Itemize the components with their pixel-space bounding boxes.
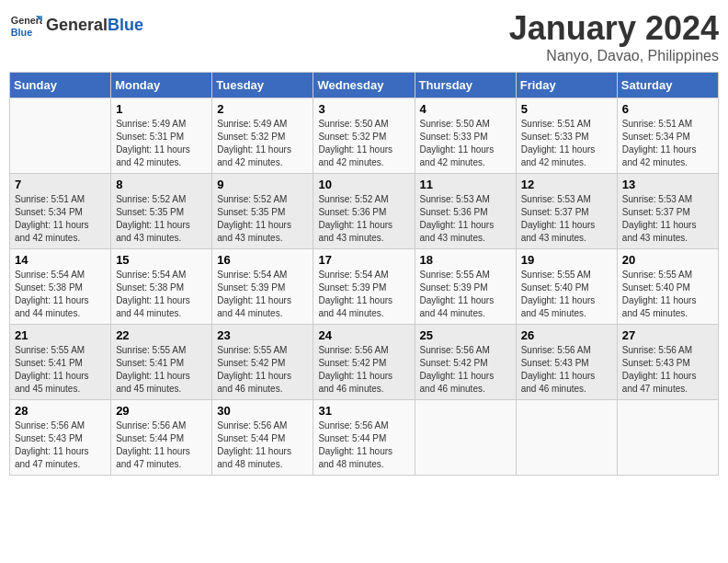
calendar-cell: 2Sunrise: 5:49 AMSunset: 5:32 PMDaylight…: [212, 98, 313, 174]
day-number: 25: [420, 328, 511, 342]
calendar-cell: [516, 400, 617, 476]
calendar-cell: 8Sunrise: 5:52 AMSunset: 5:35 PMDaylight…: [111, 174, 212, 249]
calendar-cell: 27Sunrise: 5:56 AMSunset: 5:43 PMDayligh…: [617, 325, 718, 400]
day-header-friday: Friday: [516, 73, 617, 98]
day-number: 15: [116, 253, 207, 267]
day-info: Sunrise: 5:54 AMSunset: 5:39 PMDaylight:…: [318, 269, 409, 320]
day-info: Sunrise: 5:56 AMSunset: 5:44 PMDaylight:…: [217, 419, 308, 471]
calendar-cell: 25Sunrise: 5:56 AMSunset: 5:42 PMDayligh…: [415, 325, 516, 400]
calendar-cell: [10, 98, 111, 174]
day-info: Sunrise: 5:55 AMSunset: 5:40 PMDaylight:…: [622, 269, 713, 320]
day-number: 20: [622, 253, 713, 267]
calendar-cell: 18Sunrise: 5:55 AMSunset: 5:39 PMDayligh…: [415, 249, 516, 325]
logo-text: GeneralBlue: [46, 17, 143, 35]
logo-icon: General Blue: [9, 9, 42, 42]
calendar-cell: [415, 400, 516, 476]
calendar-cell: 3Sunrise: 5:50 AMSunset: 5:32 PMDaylight…: [313, 98, 415, 174]
page-header: General Blue GeneralBlue January 2024 Na…: [9, 9, 719, 64]
calendar-cell: 15Sunrise: 5:54 AMSunset: 5:38 PMDayligh…: [111, 249, 212, 325]
calendar-cell: 13Sunrise: 5:53 AMSunset: 5:37 PMDayligh…: [617, 174, 718, 249]
day-number: 31: [318, 404, 409, 418]
logo-general-text: General: [46, 16, 108, 34]
calendar-cell: 31Sunrise: 5:56 AMSunset: 5:44 PMDayligh…: [313, 400, 415, 476]
day-number: 11: [420, 178, 511, 191]
calendar-cell: 14Sunrise: 5:54 AMSunset: 5:38 PMDayligh…: [10, 249, 111, 325]
day-info: Sunrise: 5:54 AMSunset: 5:38 PMDaylight:…: [15, 269, 106, 320]
location-title: Nanyo, Davao, Philippines: [509, 48, 719, 64]
day-number: 10: [318, 178, 409, 191]
day-info: Sunrise: 5:54 AMSunset: 5:39 PMDaylight:…: [217, 269, 308, 320]
day-info: Sunrise: 5:50 AMSunset: 5:33 PMDaylight:…: [420, 118, 511, 169]
calendar-cell: 30Sunrise: 5:56 AMSunset: 5:44 PMDayligh…: [212, 400, 313, 476]
svg-text:Blue: Blue: [11, 27, 32, 38]
day-header-sunday: Sunday: [10, 73, 111, 98]
day-info: Sunrise: 5:52 AMSunset: 5:35 PMDaylight:…: [116, 193, 207, 245]
day-info: Sunrise: 5:55 AMSunset: 5:42 PMDaylight:…: [217, 344, 308, 396]
calendar-week-row: 1Sunrise: 5:49 AMSunset: 5:31 PMDaylight…: [10, 98, 719, 174]
calendar-cell: [617, 400, 718, 476]
day-info: Sunrise: 5:54 AMSunset: 5:38 PMDaylight:…: [116, 269, 207, 320]
day-number: 22: [116, 328, 207, 342]
calendar-cell: 16Sunrise: 5:54 AMSunset: 5:39 PMDayligh…: [212, 249, 313, 325]
day-number: 5: [521, 102, 612, 116]
calendar-cell: 4Sunrise: 5:50 AMSunset: 5:33 PMDaylight…: [415, 98, 516, 174]
calendar-cell: 20Sunrise: 5:55 AMSunset: 5:40 PMDayligh…: [617, 249, 718, 325]
calendar-cell: 7Sunrise: 5:51 AMSunset: 5:34 PMDaylight…: [10, 174, 111, 249]
day-header-saturday: Saturday: [617, 73, 718, 98]
day-number: 16: [217, 253, 308, 267]
day-number: 2: [217, 102, 308, 116]
day-number: 30: [217, 404, 308, 418]
day-number: 3: [318, 102, 409, 116]
day-info: Sunrise: 5:56 AMSunset: 5:43 PMDaylight:…: [622, 344, 713, 396]
day-number: 17: [318, 253, 409, 267]
day-number: 19: [521, 253, 612, 267]
day-number: 7: [15, 178, 106, 191]
day-info: Sunrise: 5:55 AMSunset: 5:41 PMDaylight:…: [116, 344, 207, 396]
calendar-week-row: 7Sunrise: 5:51 AMSunset: 5:34 PMDaylight…: [10, 174, 719, 249]
day-info: Sunrise: 5:55 AMSunset: 5:40 PMDaylight:…: [521, 269, 612, 320]
calendar-cell: 23Sunrise: 5:55 AMSunset: 5:42 PMDayligh…: [212, 325, 313, 400]
day-number: 8: [116, 178, 207, 191]
calendar-cell: 10Sunrise: 5:52 AMSunset: 5:36 PMDayligh…: [313, 174, 415, 249]
day-info: Sunrise: 5:53 AMSunset: 5:36 PMDaylight:…: [420, 193, 511, 245]
day-number: 18: [420, 253, 511, 267]
calendar-cell: 12Sunrise: 5:53 AMSunset: 5:37 PMDayligh…: [516, 174, 617, 249]
calendar-week-row: 28Sunrise: 5:56 AMSunset: 5:43 PMDayligh…: [10, 400, 719, 476]
day-number: 28: [15, 404, 106, 418]
day-number: 26: [521, 328, 612, 342]
day-info: Sunrise: 5:51 AMSunset: 5:34 PMDaylight:…: [15, 193, 106, 245]
calendar-table: SundayMondayTuesdayWednesdayThursdayFrid…: [9, 72, 719, 476]
calendar-cell: 5Sunrise: 5:51 AMSunset: 5:33 PMDaylight…: [516, 98, 617, 174]
day-info: Sunrise: 5:52 AMSunset: 5:35 PMDaylight:…: [217, 193, 308, 245]
calendar-cell: 19Sunrise: 5:55 AMSunset: 5:40 PMDayligh…: [516, 249, 617, 325]
calendar-cell: 11Sunrise: 5:53 AMSunset: 5:36 PMDayligh…: [415, 174, 516, 249]
day-number: 29: [116, 404, 207, 418]
day-number: 9: [217, 178, 308, 191]
day-number: 13: [622, 178, 713, 191]
day-info: Sunrise: 5:55 AMSunset: 5:41 PMDaylight:…: [15, 344, 106, 396]
day-number: 1: [116, 102, 207, 116]
day-number: 6: [622, 102, 713, 116]
calendar-cell: 9Sunrise: 5:52 AMSunset: 5:35 PMDaylight…: [212, 174, 313, 249]
calendar-header-row: SundayMondayTuesdayWednesdayThursdayFrid…: [10, 73, 719, 98]
day-info: Sunrise: 5:56 AMSunset: 5:43 PMDaylight:…: [15, 419, 106, 471]
day-header-tuesday: Tuesday: [212, 73, 313, 98]
logo-blue-text: Blue: [108, 16, 143, 34]
day-info: Sunrise: 5:51 AMSunset: 5:33 PMDaylight:…: [521, 118, 612, 169]
day-header-thursday: Thursday: [415, 73, 516, 98]
calendar-week-row: 14Sunrise: 5:54 AMSunset: 5:38 PMDayligh…: [10, 249, 719, 325]
day-header-monday: Monday: [111, 73, 212, 98]
calendar-cell: 22Sunrise: 5:55 AMSunset: 5:41 PMDayligh…: [111, 325, 212, 400]
day-info: Sunrise: 5:51 AMSunset: 5:34 PMDaylight:…: [622, 118, 713, 169]
day-info: Sunrise: 5:56 AMSunset: 5:42 PMDaylight:…: [318, 344, 409, 396]
calendar-cell: 28Sunrise: 5:56 AMSunset: 5:43 PMDayligh…: [10, 400, 111, 476]
title-area: January 2024 Nanyo, Davao, Philippines: [509, 9, 719, 64]
day-info: Sunrise: 5:49 AMSunset: 5:31 PMDaylight:…: [116, 118, 207, 169]
day-info: Sunrise: 5:56 AMSunset: 5:42 PMDaylight:…: [420, 344, 511, 396]
day-info: Sunrise: 5:56 AMSunset: 5:43 PMDaylight:…: [521, 344, 612, 396]
day-info: Sunrise: 5:53 AMSunset: 5:37 PMDaylight:…: [521, 193, 612, 245]
calendar-cell: 1Sunrise: 5:49 AMSunset: 5:31 PMDaylight…: [111, 98, 212, 174]
calendar-cell: 6Sunrise: 5:51 AMSunset: 5:34 PMDaylight…: [617, 98, 718, 174]
logo: General Blue GeneralBlue: [9, 9, 143, 42]
day-info: Sunrise: 5:56 AMSunset: 5:44 PMDaylight:…: [318, 419, 409, 471]
